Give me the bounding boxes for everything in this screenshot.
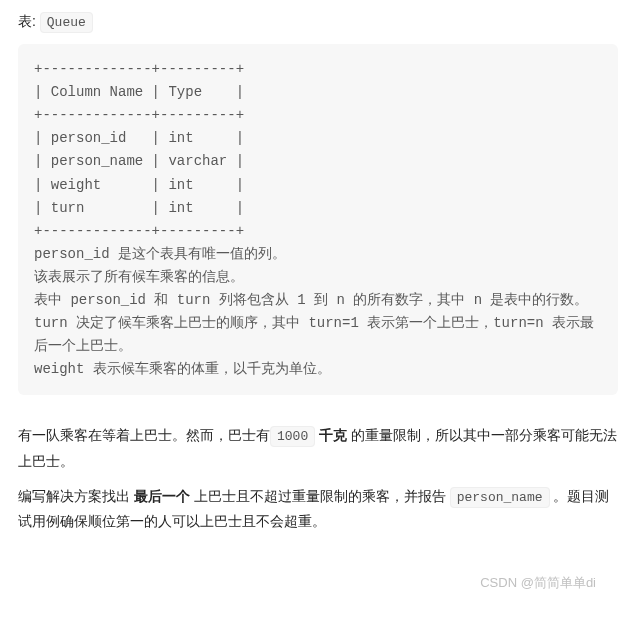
p1-text-a: 有一队乘客在等着上巴士。然而，巴士有 — [18, 427, 270, 443]
p2-text-b: 上巴士且不超过重量限制的乘客，并报告 — [190, 488, 450, 504]
p1-bold: 千克 — [315, 427, 351, 443]
schema-border-top: +-------------+---------+ — [34, 61, 244, 77]
table-intro: 表: Queue — [18, 10, 618, 34]
watermark-text: CSDN @简简单单di — [480, 572, 596, 594]
schema-desc-line: 表中 person_id 和 turn 列将包含从 1 到 n 的所有数字，其中… — [34, 292, 588, 308]
schema-border-mid: +-------------+---------+ — [34, 107, 244, 123]
person-name-code: person_name — [450, 487, 550, 508]
p2-bold: 最后一个 — [134, 488, 190, 504]
schema-row: | turn | int | — [34, 200, 244, 216]
schema-desc-line: 该表展示了所有候车乘客的信息。 — [34, 269, 244, 285]
problem-paragraph-1: 有一队乘客在等着上巴士。然而，巴士有1000 千克 的重量限制，所以其中一部分乘… — [18, 423, 618, 474]
schema-header: | Column Name | Type | — [34, 84, 244, 100]
schema-row: | weight | int | — [34, 177, 244, 193]
intro-prefix: 表: — [18, 13, 40, 29]
problem-paragraph-2: 编写解决方案找出 最后一个 上巴士且不超过重量限制的乘客，并报告 person_… — [18, 484, 618, 535]
schema-desc-line: person_id 是这个表具有唯一值的列。 — [34, 246, 286, 262]
schema-row: | person_id | int | — [34, 130, 244, 146]
schema-border-bot: +-------------+---------+ — [34, 223, 244, 239]
weight-limit-code: 1000 — [270, 426, 315, 447]
schema-row: | person_name | varchar | — [34, 153, 244, 169]
schema-block: +-------------+---------+ | Column Name … — [18, 44, 618, 395]
table-name-code: Queue — [40, 12, 93, 33]
p2-text-a: 编写解决方案找出 — [18, 488, 134, 504]
schema-desc-line: turn 决定了候车乘客上巴士的顺序，其中 turn=1 表示第一个上巴士，tu… — [34, 315, 594, 354]
schema-desc-line: weight 表示候车乘客的体重，以千克为单位。 — [34, 361, 331, 377]
